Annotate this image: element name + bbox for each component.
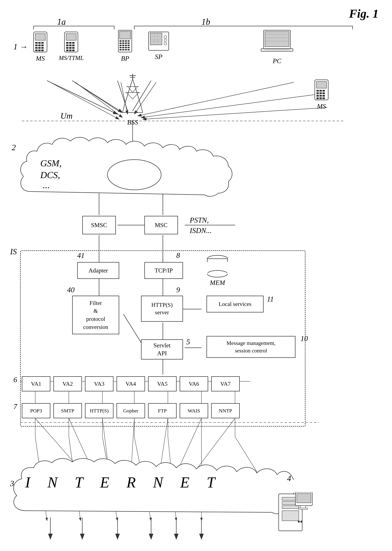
svg-rect-98 <box>122 40 124 42</box>
svg-rect-87 <box>69 44 71 46</box>
va5-box: VA5 <box>148 376 177 391</box>
label-8: 8 <box>176 251 180 260</box>
svg-rect-118 <box>150 33 162 45</box>
tcpip-box: TCP/IP <box>144 262 183 279</box>
svg-rect-91 <box>72 47 75 49</box>
label-41: 41 <box>77 251 85 260</box>
svg-rect-70 <box>38 42 41 44</box>
svg-point-169 <box>207 271 227 277</box>
svg-rect-138 <box>320 90 322 92</box>
label-11: 11 <box>267 295 274 303</box>
msc-box: MSC <box>144 216 178 234</box>
servlet-api-box: ServletAPI <box>141 339 183 359</box>
svg-rect-111 <box>125 47 127 48</box>
gsm-cloud: GSM, DCS, ... <box>17 128 235 199</box>
svg-rect-114 <box>122 49 124 50</box>
label-3: 3 <box>10 479 14 488</box>
svg-rect-103 <box>125 43 127 44</box>
svg-rect-83 <box>66 42 69 44</box>
svg-line-18 <box>143 107 327 119</box>
svg-rect-137 <box>316 90 319 92</box>
smsc-box: SMSC <box>82 216 116 234</box>
svg-rect-115 <box>125 49 127 50</box>
device-pc: PC <box>260 29 294 65</box>
svg-line-11 <box>72 81 121 113</box>
bss-tower: BSS <box>119 72 146 126</box>
svg-rect-78 <box>35 50 38 51</box>
svg-rect-104 <box>128 43 130 44</box>
https-box: HTTP(S) <box>85 403 113 418</box>
svg-rect-112 <box>128 47 130 48</box>
va6-box: VA6 <box>180 376 208 391</box>
svg-rect-139 <box>322 90 325 92</box>
gopher-box: Gopher <box>117 403 145 418</box>
svg-line-7 <box>72 81 123 113</box>
svg-line-16 <box>138 82 294 116</box>
svg-text:GSM,: GSM, <box>40 158 62 168</box>
svg-point-121 <box>164 42 167 45</box>
svg-line-10 <box>47 81 118 114</box>
va-row: VA1 VA2 VA3 VA4 VA5 VA6 VA7 <box>22 376 240 391</box>
svg-rect-128 <box>265 32 289 47</box>
svg-rect-89 <box>66 47 69 49</box>
label-1: 1 → <box>14 42 28 51</box>
pop3-box: POP3 <box>22 403 50 418</box>
svg-rect-88 <box>72 44 75 46</box>
svg-rect-69 <box>35 42 38 44</box>
va2-box: VA2 <box>53 376 82 391</box>
svg-rect-113 <box>119 49 122 50</box>
is-label: IS <box>10 247 17 256</box>
svg-rect-68 <box>35 34 45 40</box>
svg-rect-74 <box>41 44 44 46</box>
internet-text: I N T E R N E T <box>25 474 222 491</box>
svg-rect-142 <box>322 92 325 94</box>
svg-rect-82 <box>66 34 76 40</box>
label-4: 4 <box>287 474 291 483</box>
internet-cloud: I N T E R N E T <box>8 457 294 518</box>
label-2: 2 <box>12 143 16 152</box>
filter-box: Filter&protocolconversion <box>72 296 119 334</box>
svg-rect-182 <box>301 506 306 508</box>
label-40: 40 <box>67 286 75 294</box>
svg-text:...: ... <box>43 180 50 190</box>
ftp-box: FTP <box>148 403 177 418</box>
svg-rect-145 <box>322 95 325 97</box>
mem-cylinder: MEM <box>205 254 230 286</box>
svg-rect-102 <box>122 43 124 44</box>
device-bp: BP <box>118 29 133 62</box>
svg-rect-107 <box>125 45 127 46</box>
svg-rect-100 <box>128 40 130 42</box>
pstn-label: PSTN, ISDN... <box>190 215 212 236</box>
svg-rect-181 <box>297 494 311 503</box>
svg-rect-99 <box>125 40 127 42</box>
svg-rect-72 <box>35 44 38 46</box>
diagram-container: Fig. 1 1a 1b 1 → MS <box>0 0 392 551</box>
svg-rect-116 <box>128 49 130 50</box>
svg-rect-86 <box>66 44 69 46</box>
svg-rect-75 <box>35 47 38 49</box>
wais-box: WAIS <box>180 403 208 418</box>
svg-rect-147 <box>320 97 322 99</box>
um-label: Um <box>60 111 72 121</box>
smtp-box: SMTP <box>53 403 82 418</box>
svg-rect-90 <box>69 47 71 49</box>
svg-line-17 <box>141 94 319 118</box>
device-ms-right: MS <box>314 79 329 110</box>
svg-rect-105 <box>119 45 122 46</box>
section-1a-label: 1a <box>57 17 66 27</box>
svg-rect-73 <box>38 44 41 46</box>
svg-rect-71 <box>41 42 44 44</box>
label-7: 7 <box>14 402 17 411</box>
va7-box: VA7 <box>211 376 240 391</box>
svg-rect-77 <box>41 47 44 49</box>
svg-rect-141 <box>320 92 322 94</box>
section-1b-label: 1b <box>202 17 210 27</box>
fig-label: Fig. 1 <box>349 7 378 21</box>
svg-rect-136 <box>316 81 327 88</box>
svg-rect-109 <box>119 47 122 48</box>
svg-line-6 <box>47 81 118 114</box>
svg-rect-84 <box>69 42 71 44</box>
svg-rect-183 <box>299 508 308 509</box>
svg-rect-76 <box>38 47 41 49</box>
adapter-box: Adapter <box>77 262 119 279</box>
